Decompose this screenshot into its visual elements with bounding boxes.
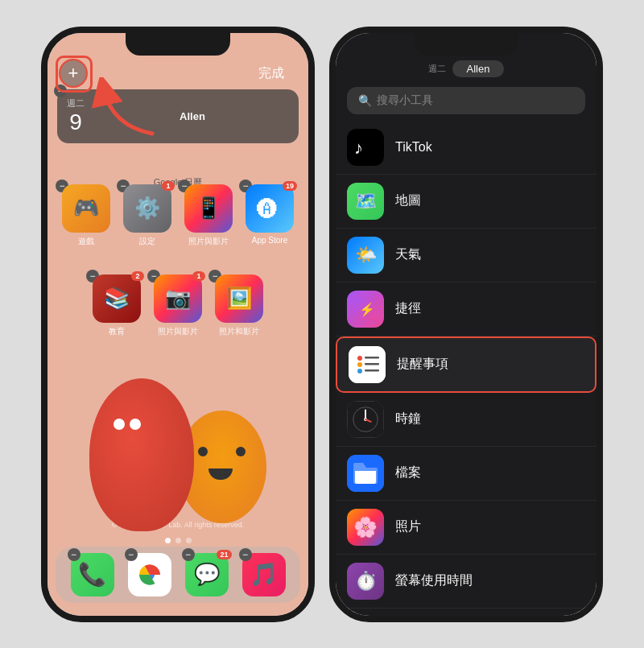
mascots (47, 354, 308, 531)
svg-text:♪: ♪ (354, 138, 363, 158)
dock-music[interactable]: − 🎵 (242, 553, 286, 596)
dock-minus-messages[interactable]: − (182, 548, 195, 561)
app-img-appstore: 🅐 19 (246, 184, 294, 233)
svg-text:⚡: ⚡ (359, 302, 375, 317)
app-icon-games[interactable]: − 🎮 遊戲 (59, 184, 114, 247)
right-phone: 週二 Allen 🔍 搜尋小工具 ♪ TikTok (329, 27, 603, 622)
list-name-maps: 地圖 (395, 192, 421, 209)
app-label-settings: 設定 (139, 236, 155, 247)
right-weekday: 週二 (428, 63, 446, 75)
app-label-appstore: App Store (252, 236, 287, 245)
list-name-weather: 天氣 (395, 246, 421, 263)
red-arrow (88, 77, 160, 142)
list-item-reminders[interactable]: 提醒事項 (336, 336, 597, 393)
list-name-reminders: 提醒事項 (397, 356, 448, 373)
left-screen: + 完成 − (47, 33, 308, 616)
list-name-tiktok: TikTok (395, 140, 432, 155)
list-icon-tiktok: ♪ (347, 129, 384, 166)
dock: − 📞 − − 💬 (56, 547, 300, 603)
right-screen: 週二 Allen 🔍 搜尋小工具 ♪ TikTok (336, 33, 597, 616)
svg-text:🅐: 🅐 (257, 197, 278, 221)
app-icon-photos2[interactable]: − 📷 1 照片與影片 (151, 274, 205, 337)
app-grid-row1: − 🎮 遊戲 − ⚙️ 1 設定 − 📱 照片與影片 (57, 184, 299, 247)
badge-edu: 2 (131, 271, 144, 281)
dot-1 (165, 538, 171, 543)
list-icon-maps: 🗺️ (347, 183, 384, 220)
app-list: ♪ TikTok 🗺️ 地圖 🌤️ 天氣 (336, 121, 597, 616)
list-name-clock: 時鐘 (395, 411, 421, 427)
copyright: © Sticky Monster Lab. All rights reserve… (47, 521, 308, 529)
list-icon-reminders (349, 346, 386, 383)
list-item-screentime[interactable]: ⏱️ 螢幕使用時間 (336, 555, 597, 609)
dot-2 (175, 538, 181, 543)
dock-messages[interactable]: − 💬 21 (185, 553, 229, 596)
svg-point-9 (357, 369, 362, 374)
app-label-photos2: 照片與影片 (158, 326, 198, 337)
svg-rect-11 (365, 363, 379, 365)
dock-phone[interactable]: − 📞 (71, 553, 114, 596)
app-icon-settings[interactable]: − ⚙️ 1 設定 (120, 184, 175, 247)
app-label-edu: 教育 (109, 326, 125, 337)
list-name-photos: 照片 (395, 518, 421, 535)
left-phone-notch (126, 33, 230, 56)
app-label-games: 遊戲 (78, 236, 94, 247)
app-icon-edu[interactable]: − 📚 2 教育 (89, 274, 144, 337)
app-icon-photos[interactable]: − 📱 照片與影片 (181, 184, 236, 247)
widget-weekday: 週二 (67, 97, 85, 109)
search-icon: 🔍 (358, 94, 372, 107)
svg-point-7 (357, 356, 362, 361)
right-user-pill: Allen (452, 60, 505, 77)
list-item-weather[interactable]: 🌤️ 天氣 (336, 229, 597, 283)
search-bar[interactable]: 🔍 搜尋小工具 (347, 87, 585, 114)
badge-settings: 1 (162, 181, 175, 191)
list-icon-screentime: ⏱️ (347, 563, 384, 600)
app-icon-appstore[interactable]: − 🅐 19 App Store (242, 184, 297, 247)
list-item-shortcuts[interactable]: ⚡ 捷徑 (336, 283, 597, 336)
list-icon-clock (347, 401, 384, 438)
app-label-photos3: 照片和影片 (219, 326, 259, 337)
dock-minus-phone[interactable]: − (68, 548, 80, 561)
search-placeholder: 搜尋小工具 (377, 93, 433, 108)
list-item-photos[interactable]: 🌸 照片 (336, 501, 597, 555)
app-grid-row2: − 📚 2 教育 − 📷 1 照片與影片 − 🖼️ (57, 274, 299, 337)
list-item-clock[interactable]: 時鐘 (336, 393, 597, 447)
list-icon-shortcuts: ⚡ (347, 291, 384, 328)
right-phone-notch (414, 33, 518, 56)
list-icon-files (347, 455, 384, 492)
list-name-shortcuts: 捷徑 (395, 300, 421, 317)
badge-photos2: 1 (192, 271, 205, 281)
app-img-photos: 📱 (184, 184, 233, 233)
dock-minus-chrome[interactable]: − (125, 548, 138, 561)
mascot-red (89, 378, 194, 531)
list-item-calendar[interactable]: 9 行事曆 (336, 609, 597, 616)
left-phone: + 完成 − (41, 27, 315, 622)
done-button[interactable]: 完成 (258, 65, 284, 82)
svg-rect-12 (365, 369, 379, 372)
list-name-files: 檔案 (395, 464, 421, 481)
list-icon-weather: 🌤️ (347, 237, 384, 274)
app-img-games: 🎮 (62, 184, 110, 233)
svg-rect-10 (365, 357, 379, 359)
list-item-files[interactable]: 檔案 (336, 447, 597, 501)
list-item-maps[interactable]: 🗺️ 地圖 (336, 175, 597, 229)
app-icon-photos3[interactable]: − 🖼️ 照片和影片 (212, 274, 266, 337)
badge-appstore: 19 (283, 181, 297, 191)
list-name-screentime: 螢幕使用時間 (395, 572, 473, 589)
status-bar-right: 週二 Allen (336, 56, 597, 80)
list-icon-photos: 🌸 (347, 509, 384, 546)
badge-messages: 21 (217, 550, 231, 559)
svg-point-8 (357, 362, 362, 367)
page-dots (47, 538, 308, 543)
list-item-tiktok[interactable]: ♪ TikTok (336, 121, 597, 175)
app-img-settings: ⚙️ 1 (123, 184, 171, 233)
dock-minus-music[interactable]: − (239, 548, 252, 561)
widget-day: 9 (69, 109, 82, 135)
dot-3 (186, 538, 192, 543)
app-img-photos2: 📷 1 (154, 274, 202, 323)
dock-chrome[interactable]: − (128, 553, 171, 596)
app-label-photos: 照片與影片 (188, 236, 229, 247)
main-container: + 完成 − (0, 0, 644, 648)
app-img-photos3: 🖼️ (215, 274, 263, 323)
app-img-edu: 📚 2 (93, 274, 141, 323)
